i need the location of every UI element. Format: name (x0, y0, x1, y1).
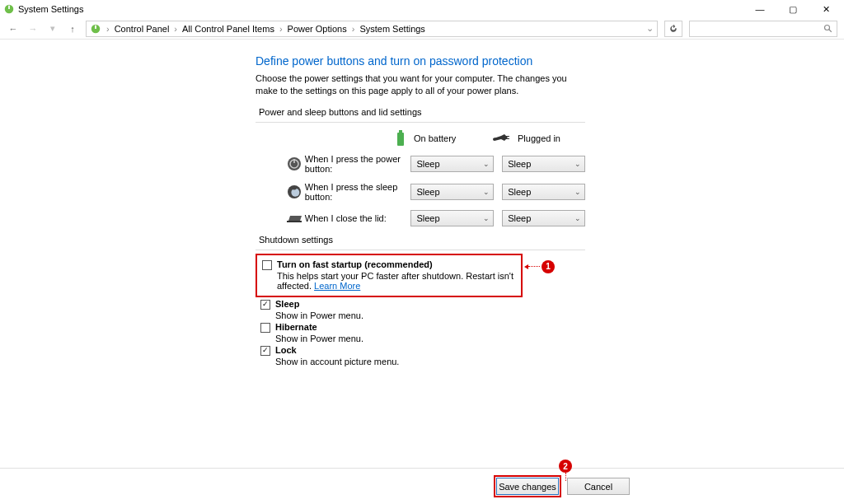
titlebar: System Settings — ▢ ✕ (0, 0, 844, 18)
svg-point-4 (825, 25, 830, 30)
select-lid-plugged[interactable]: Sleep⌄ (502, 210, 585, 226)
chevron-down-icon: ⌄ (574, 188, 581, 196)
power-options-icon (3, 3, 15, 15)
refresh-icon (668, 24, 678, 34)
svg-rect-9 (506, 138, 509, 139)
annotation-callout-2: 2 (559, 460, 572, 481)
select-power-battery[interactable]: Sleep⌄ (410, 156, 494, 172)
column-on-battery: On battery (394, 129, 493, 147)
chevron-right-icon: › (352, 24, 355, 34)
chevron-down-icon[interactable]: ⌄ (646, 23, 654, 34)
svg-rect-6 (397, 133, 404, 146)
svg-rect-14 (287, 221, 302, 222)
forward-button[interactable]: → (26, 24, 40, 34)
chevron-down-icon: ⌄ (574, 214, 581, 222)
chevron-right-icon: › (174, 24, 177, 34)
annotation-badge-1: 1 (542, 260, 555, 273)
checkbox-hibernate-desc: Show in Power menu. (275, 334, 593, 343)
svg-rect-1 (8, 6, 10, 9)
chevron-right-icon: › (279, 24, 283, 34)
select-sleep-battery[interactable]: Sleep⌄ (410, 184, 494, 200)
checkbox-fast-startup-desc: This helps start your PC faster after sh… (277, 271, 516, 291)
row-sleep-button-label: When I press the sleep button: (305, 182, 411, 202)
checkbox-sleep-label: Sleep (275, 299, 299, 309)
save-changes-button[interactable]: Save changes (496, 478, 559, 495)
checkbox-lock-desc: Show in account picture menu. (275, 357, 593, 366)
svg-line-5 (829, 29, 832, 31)
cancel-button[interactable]: Cancel (567, 478, 630, 495)
laptop-lid-icon (287, 212, 303, 224)
power-options-icon (90, 23, 101, 35)
section-power-buttons: Power and sleep buttons and lid settings (259, 107, 593, 117)
svg-rect-8 (506, 136, 509, 137)
chevron-down-icon: ⌄ (483, 188, 490, 196)
search-icon (823, 24, 833, 34)
row-sleep-button: When I press the sleep button: Sleep⌄ Sl… (287, 182, 593, 202)
window-title: System Settings (18, 4, 83, 14)
chevron-down-icon: ⌄ (483, 214, 490, 222)
refresh-button[interactable] (664, 21, 682, 37)
chevron-down-icon: ⌄ (574, 160, 581, 168)
chevron-right-icon: › (106, 24, 110, 34)
select-power-plugged[interactable]: Sleep⌄ (502, 156, 585, 172)
breadcrumb-item[interactable]: System Settings (359, 24, 424, 34)
power-button-icon (287, 156, 302, 171)
bottom-bar: Save changes Cancel (0, 468, 844, 504)
row-close-lid: When I close the lid: Sleep⌄ Sleep⌄ (287, 210, 593, 226)
breadcrumb[interactable]: › Control Panel › All Control Panel Item… (86, 21, 658, 37)
select-lid-battery[interactable]: Sleep⌄ (410, 210, 494, 226)
learn-more-link[interactable]: Learn More (314, 281, 360, 291)
annotation-callout-1: 1 (524, 260, 555, 273)
svg-rect-7 (399, 130, 402, 133)
breadcrumb-item[interactable]: Control Panel (115, 24, 170, 34)
svg-rect-3 (95, 25, 96, 28)
breadcrumb-item[interactable]: All Control Panel Items (182, 24, 274, 34)
maximize-button[interactable]: ▢ (781, 4, 804, 15)
breadcrumb-item[interactable]: Power Options (288, 24, 347, 34)
checkbox-hibernate[interactable] (260, 323, 270, 333)
minimize-button[interactable]: — (748, 4, 771, 15)
plug-icon (493, 133, 511, 144)
checkbox-hibernate-label: Hibernate (275, 322, 317, 332)
page-description: Choose the power settings that you want … (256, 72, 585, 97)
sleep-button-icon (287, 184, 302, 199)
main-content: Define power buttons and turn on passwor… (0, 40, 593, 366)
checkbox-fast-startup-label: Turn on fast startup (recommended) (277, 259, 433, 269)
row-close-lid-label: When I close the lid: (305, 213, 411, 223)
checkbox-lock[interactable] (260, 346, 270, 356)
column-plugged-in-label: Plugged in (518, 133, 560, 143)
checkbox-sleep[interactable] (260, 300, 270, 310)
checkbox-lock-label: Lock (275, 345, 297, 355)
back-button[interactable]: ← (7, 24, 20, 34)
page-title: Define power buttons and turn on passwor… (256, 54, 593, 68)
annotation-badge-2: 2 (559, 460, 572, 473)
column-on-battery-label: On battery (414, 133, 456, 143)
battery-icon (394, 129, 407, 147)
checkbox-fast-startup[interactable] (262, 260, 272, 270)
chevron-down-icon: ⌄ (483, 160, 490, 168)
up-button[interactable]: ↑ (66, 24, 79, 34)
address-bar: ← → ▾ ↑ › Control Panel › All Control Pa… (0, 18, 844, 40)
svg-rect-12 (293, 159, 295, 163)
close-button[interactable]: ✕ (814, 4, 837, 15)
column-plugged-in: Plugged in (493, 133, 592, 144)
row-power-button: When I press the power button: Sleep⌄ Sl… (287, 154, 593, 174)
search-input[interactable] (689, 21, 837, 37)
row-power-button-label: When I press the power button: (305, 154, 411, 174)
select-sleep-plugged[interactable]: Sleep⌄ (502, 184, 585, 200)
checkbox-sleep-desc: Show in Power menu. (275, 310, 593, 320)
section-shutdown: Shutdown settings (259, 235, 593, 245)
recent-locations-button[interactable]: ▾ (46, 23, 59, 34)
annotation-highlight-faststart: Turn on fast startup (recommended) This … (256, 254, 523, 297)
